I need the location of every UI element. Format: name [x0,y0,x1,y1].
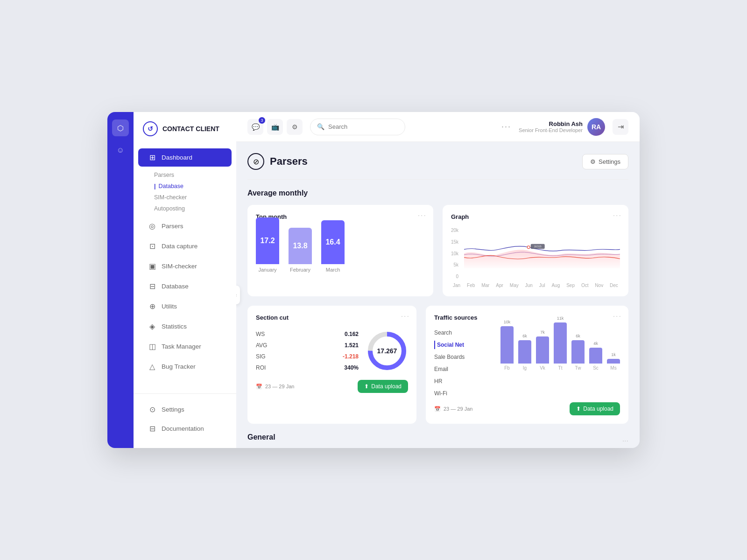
divider [247,179,628,180]
traffic-email[interactable]: Email [434,365,495,373]
bar-tt-bar [554,322,567,364]
sidebar-item-label: Database [162,283,189,290]
search-input[interactable] [328,123,398,130]
bar-vk-value: 7k [540,330,545,335]
bar-fb-bar [500,326,514,364]
user-profile: Robbin Ash Senior Front-End Developer RA [519,118,605,136]
main-area: 💬 3 📺 ⚙ 🔍 ··· Robbin Ash Senior Front-En… [236,112,640,448]
sidebar-item-task-manager[interactable]: ◫ Task Manager [138,337,232,356]
sidebar-item-label: Utilits [162,303,177,310]
sub-nav-parsers[interactable]: Parsers [154,169,236,181]
database-icon: ⊟ [148,282,157,291]
messages-button[interactable]: 💬 3 [247,119,263,135]
upload-label: Data upload [371,383,402,390]
upload-button[interactable]: ⬆ Data upload [358,380,408,393]
top-month-card: Top month ··· 17.2 January [247,205,433,296]
donut-value: 17.267 [377,347,397,355]
sidebar-item-parsers[interactable]: ◎ Parsers [138,217,232,235]
traffic-upload-button[interactable]: ⬆ Data upload [570,402,620,415]
rail-icon-main[interactable]: ⬡ [112,119,129,136]
general-section: General ··· Work Status ··· Function [247,433,628,448]
sidebar-item-documentation[interactable]: ⊟ Documentation [138,420,232,438]
bar-february-bar: 13.8 [289,228,312,264]
scroll-indicator[interactable]: ‹ [236,286,240,304]
settings-button[interactable]: ⚙ Settings [582,154,628,169]
avatar[interactable]: RA [587,118,605,136]
statistics-icon: ◈ [148,322,157,331]
metric-ws-key: WS [256,331,265,337]
user-name: Robbin Ash [519,120,583,127]
sidebar-item-data-capture[interactable]: ⊡ Data capture [138,237,232,255]
general-dots[interactable]: ··· [622,437,628,445]
sidebar-item-dashboard[interactable]: ⊞ Dashboard [138,148,232,167]
header: 💬 3 📺 ⚙ 🔍 ··· Robbin Ash Senior Front-En… [236,112,640,142]
sidebar-item-sim-checker[interactable]: ▣ SIM-checker [138,257,232,275]
bar-tt: 11k Tt [554,316,567,371]
graph-title: Graph [451,213,620,220]
sidebar-item-database[interactable]: ⊟ Database [138,277,232,295]
traffic-upload-icon: ⬆ [576,406,581,412]
rail-icon-secondary[interactable]: ☺ [112,142,129,159]
bar-fb-label: Fb [504,365,510,371]
sub-nav-database[interactable]: Database [154,181,236,192]
icon-rail: ⬡ ☺ [107,112,134,448]
traffic-sources-content: Search Social Net Sale Boards Email HR W… [434,329,620,398]
traffic-date-range: 📅 23 — 29 Jan [434,406,472,412]
bar-march-value: 16.4 [325,238,340,246]
sidebar-item-utilits[interactable]: ⊕ Utilits [138,297,232,315]
top-month-dots[interactable]: ··· [418,211,427,220]
bar-february-value: 13.8 [293,242,307,250]
search-bar[interactable]: 🔍 [310,119,405,135]
bar-ig-bar [518,340,531,364]
settings-header-button[interactable]: ⚙ [287,119,303,135]
bar-january: 17.2 January [256,217,279,273]
graph-plot: 16.515 [464,228,620,281]
bar-february: 13.8 February [289,228,312,273]
bar-tt-value: 11k [557,316,564,321]
sub-nav-autoposting[interactable]: Autoposting [154,203,236,214]
bar-ig-label: Ig [523,365,527,371]
traffic-date-range-text: 23 — 29 Jan [444,406,472,412]
bar-sc-value: 4k [593,341,598,346]
sidebar-item-statistics[interactable]: ◈ Statistics [138,317,232,336]
graph-svg: 16.515 [464,228,620,279]
expand-button[interactable]: ⇥ [613,119,628,135]
task-manager-icon: ◫ [148,342,157,351]
sim-checker-icon: ▣ [148,262,157,271]
graph-dots[interactable]: ··· [613,211,622,220]
metric-ws-val: 0.162 [345,331,359,337]
date-range-text: 23 — 29 Jan [265,384,294,389]
bar-ms-bar [607,359,620,364]
traffic-hr[interactable]: HR [434,377,495,385]
sub-nav-sim-checker[interactable]: SIM-checker [154,192,236,203]
user-role: Senior Front-End Developer [519,127,583,133]
metric-ws: WS 0.162 [256,329,359,340]
metric-roi: ROI 340% [256,362,359,373]
section-cut-dots[interactable]: ··· [401,312,410,321]
traffic-sale-boards[interactable]: Sale Boards [434,353,495,361]
sidebar-item-label: Bug Tracker [162,363,196,370]
settings-icon: ⊙ [148,405,157,414]
bar-chart: 17.2 January 13.8 February [256,228,425,284]
metric-roi-val: 340% [344,364,359,371]
average-monthly-title: Average monthly [247,189,628,197]
sidebar-item-label: Parsers [162,223,183,230]
tv-button[interactable]: 📺 [267,119,283,135]
metric-avg-key: AVG [256,342,267,349]
more-options[interactable]: ··· [501,122,511,132]
traffic-dots[interactable]: ··· [613,312,622,321]
sidebar-item-settings[interactable]: ⊙ Settings [138,400,232,419]
section-cut-title: Section cut [256,314,408,321]
traffic-wifi[interactable]: Wi-Fi [434,389,495,398]
utilits-icon: ⊕ [148,302,157,311]
sub-nav: Parsers Database SIM-checker Autoposting [134,168,236,216]
traffic-social-net[interactable]: Social Net [434,341,495,349]
sidebar-item-bug-tracker[interactable]: △ Bug Tracker [138,357,232,376]
bar-ms-value: 1k [611,352,616,357]
bar-tt-label: Tt [558,365,563,371]
bar-february-label: February [290,267,310,273]
graph-card: Graph ··· 20k15k10k5k0 [443,205,628,296]
bar-ig-value: 6k [522,334,527,338]
bar-vk-bar [536,336,549,364]
traffic-search[interactable]: Search [434,329,495,337]
